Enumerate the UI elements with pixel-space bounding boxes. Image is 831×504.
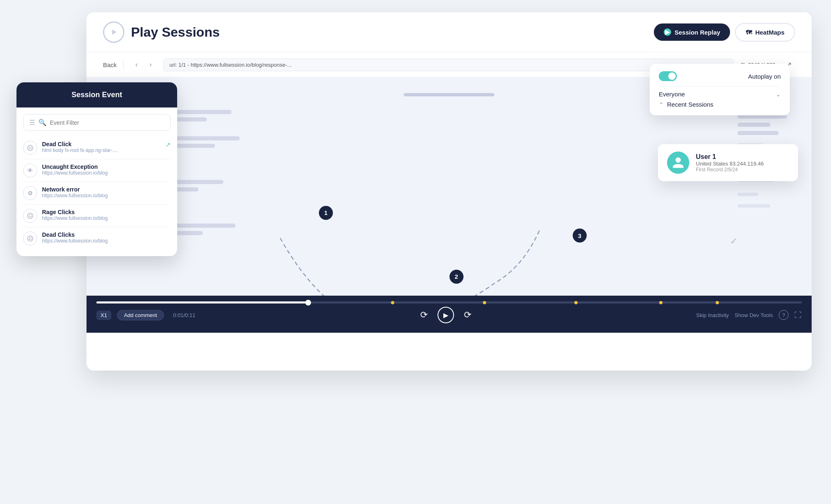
chevron-down-icon: ⌄ [776, 91, 781, 98]
recent-sessions-row: ⌃ Recent Sessions [659, 101, 781, 108]
user-card: User 1 United States 83.244.119.46 First… [658, 144, 798, 181]
fast-forward-button[interactable]: ⟳ [464, 310, 471, 320]
skip-inactivity-button[interactable]: Skip Inactivity [696, 312, 729, 318]
filter-search-icon: 🔍 [38, 119, 47, 126]
toggle-knob [668, 72, 676, 80]
everyone-label: Everyone [659, 91, 685, 98]
rage-clicks-icon: ☹ [23, 209, 37, 223]
sep-title: Session Event [71, 91, 122, 99]
rewind-button[interactable]: ⟳ [420, 310, 428, 320]
list-item: ☹ Dead Clicks https://www.fullsession.io… [23, 227, 171, 250]
playback-bar: X1 Add comment 0:01/0:11 ⟳ ▶ ⟳ Skip Inac… [87, 296, 812, 333]
progress-marker-1 [391, 301, 394, 304]
help-button[interactable]: ? [779, 310, 789, 320]
nav-prev-button[interactable]: ‹ [130, 58, 143, 71]
progress-fill [96, 301, 308, 303]
nav-next-button[interactable]: › [144, 58, 157, 71]
item-url: https://www.fullsession.io/blog [42, 238, 171, 244]
toolbar-divider [123, 61, 124, 69]
user-avatar [667, 152, 689, 174]
progress-marker-3 [574, 301, 578, 304]
show-dev-tools-button[interactable]: Show Dev Tools [735, 312, 773, 318]
item-title: Dead Clicks [42, 231, 171, 238]
user-avatar-icon [672, 156, 685, 169]
page-title: Play Sessions [131, 25, 220, 40]
list-item: ☹ Rage Clicks https://www.fullsession.io… [23, 205, 171, 227]
speed-button[interactable]: X1 [96, 310, 111, 320]
item-url: https://www.fullsession.io/blog [42, 215, 171, 221]
event-filter-input[interactable] [50, 119, 164, 126]
toolbar-nav: ‹ › [130, 58, 157, 71]
time-display: 0:01/0:11 [173, 312, 195, 318]
waypoint-1: 1 [319, 206, 333, 220]
play-icon [109, 28, 118, 37]
autoplay-panel: Autoplay on Everyone ⌄ ⌃ Recent Sessions [650, 64, 790, 115]
play-button[interactable]: ▶ [438, 307, 454, 323]
panel-divider [659, 86, 781, 86]
item-text: Uncaught Exception https://www.fullsessi… [42, 163, 171, 176]
heatmaps-label: HeatMaps [755, 29, 784, 36]
item-title: Uncaught Exception [42, 163, 171, 170]
progress-marker-5 [716, 301, 719, 304]
list-item: ☹ Dead Click html body fs-root fs-app.ng… [23, 137, 171, 159]
item-title: Network error [42, 186, 171, 193]
session-event-panel: Session Event ☰ 🔍 ☹ Dead Click html body… [16, 82, 177, 256]
sep-filter[interactable]: ☰ 🔍 [23, 114, 171, 131]
heatmaps-icon: 🗺 [746, 29, 752, 36]
item-title: Rage Clicks [42, 209, 171, 215]
filter-icon: ☰ [29, 119, 35, 126]
header-left: Play Sessions [103, 21, 220, 43]
item-text: Network error https://www.fullsession.io… [42, 186, 171, 198]
control-center: ⟳ ▶ ⟳ [201, 307, 690, 323]
progress-track[interactable] [96, 301, 802, 303]
header: Play Sessions ▶ Session Replay 🗺 HeatMap… [87, 12, 812, 52]
list-item: 👁 Uncaught Exception https://www.fullses… [23, 159, 171, 182]
list-item: ⚙ Network error https://www.fullsession.… [23, 182, 171, 205]
item-text: Dead Click html body fs-root fs-app.ng-s… [42, 141, 160, 153]
sim-content: ✓ ✓ [87, 77, 812, 333]
fullscreen-button[interactable]: ⛶ [794, 311, 802, 320]
everyone-row: Everyone ⌄ [659, 91, 781, 98]
item-url: https://www.fullsession.io/blog [42, 170, 171, 176]
sep-body: ☰ 🔍 ☹ Dead Click html body fs-root fs-ap… [16, 107, 177, 256]
playback-right: Skip Inactivity Show Dev Tools ? ⛶ [696, 310, 802, 320]
progress-marker-4 [659, 301, 662, 304]
network-error-icon: ⚙ [23, 186, 37, 200]
session-replay-label: Session Replay [674, 29, 720, 36]
user-info: User 1 United States 83.244.119.46 First… [696, 153, 789, 173]
user-name: User 1 [696, 153, 789, 161]
waypoint-2: 2 [449, 270, 463, 284]
autoplay-row: Autoplay on [659, 71, 781, 81]
back-button[interactable]: Back [103, 61, 117, 68]
item-url: html body fs-root fs-app.ng-star-.... [42, 147, 160, 153]
waypoint-3: 3 [573, 229, 587, 243]
play-icon-circle [103, 21, 124, 43]
exception-icon: 👁 [23, 163, 37, 177]
session-replay-dot: ▶ [664, 28, 671, 36]
user-location: United States 83.244.119.46 [696, 161, 789, 167]
dead-clicks-icon: ☹ [23, 231, 37, 245]
dead-click-icon: ☹ [23, 141, 37, 155]
recent-sessions-label: Recent Sessions [667, 101, 714, 108]
progress-thumb [305, 300, 311, 306]
trend-icon: ↗ [165, 141, 171, 149]
add-comment-button[interactable]: Add comment [117, 310, 164, 320]
session-replay-button[interactable]: ▶ Session Replay [654, 23, 730, 41]
replay-area: ✓ ✓ [87, 77, 812, 333]
user-first-record: First Record 2/6/24 [696, 167, 789, 173]
item-url: https://www.fullsession.io/blog [42, 193, 171, 198]
progress-marker-2 [483, 301, 486, 304]
heatmaps-button[interactable]: 🗺 HeatMaps [735, 23, 795, 42]
item-text: Rage Clicks https://www.fullsession.io/b… [42, 209, 171, 221]
item-text: Dead Clicks https://www.fullsession.io/b… [42, 231, 171, 244]
chevron-up-icon: ⌃ [659, 101, 664, 108]
autoplay-toggle[interactable] [659, 71, 677, 81]
playback-controls: X1 Add comment 0:01/0:11 ⟳ ▶ ⟳ Skip Inac… [96, 307, 802, 323]
header-right: ▶ Session Replay 🗺 HeatMaps [654, 23, 795, 42]
sep-header: Session Event [16, 82, 177, 107]
toolbar-url: url: 1/1 - https://www.fullsession.io/bl… [163, 58, 733, 71]
autoplay-label: Autoplay on [748, 73, 781, 80]
item-title: Dead Click [42, 141, 160, 147]
